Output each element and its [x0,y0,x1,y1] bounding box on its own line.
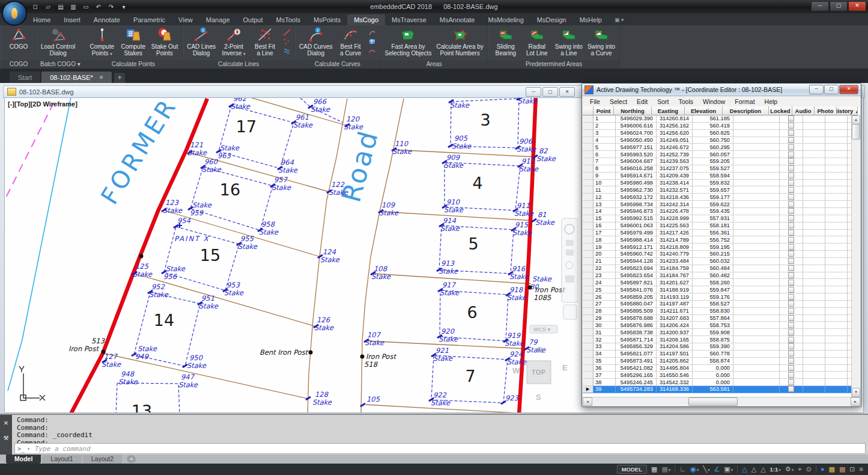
table-row[interactable]: 295495878.688314207.683557.864 [583,315,852,322]
table-row[interactable]: 75496004.687314239.563559.205 [583,158,852,165]
editor-close-button[interactable]: ✕ [839,85,858,94]
column-header-easting[interactable]: Easting [652,106,685,115]
button-best-fit-a-curve[interactable]: Best Fita Curve [336,26,366,57]
approx-wave-icon[interactable] [282,46,291,54]
locked-checkbox[interactable] [788,208,794,214]
table-mini-icon[interactable] [368,37,377,45]
drawing-close-button[interactable]: ✕ [559,87,575,97]
table-row[interactable]: 275495880.047314197.487558.527 [583,301,852,308]
tab-model[interactable]: Model [6,455,41,464]
table-row[interactable]: 155495992.515314228.999557.931 [583,215,852,222]
undo-icon[interactable]: ↶ [94,2,103,11]
ribbon-tab-manage[interactable]: Manage [199,14,237,25]
close-command-icon[interactable]: ✕ [4,420,8,426]
ribbon-tab-msmodeling[interactable]: MsModeling [481,14,530,25]
snap-tracking-icon[interactable]: ∠ [714,464,720,474]
locked-checkbox[interactable] [788,337,794,343]
ribbon-tab-annotate[interactable]: Annotate [87,14,127,25]
table-row[interactable]: 335495856.329314204.586559.390 [583,343,852,351]
command-input[interactable]: >_ ▾ Type a command [14,443,866,454]
column-header-history-[interactable]: History ▲ [837,106,858,115]
tools-wrench-icon[interactable]: ⚒ [4,435,9,441]
column-header-locked[interactable]: Locked [769,106,792,115]
locked-checkbox[interactable] [788,115,794,121]
points-mini-icon[interactable] [282,37,291,45]
doc-tab-current[interactable]: 08-102-BASE*✕ [41,72,112,83]
column-header-point[interactable]: Point [593,106,614,115]
table-row[interactable]: 255495841.076314188.919559.847 [583,286,852,293]
snap-grid-icon[interactable]: ▦▾ [661,464,670,475]
table-row[interactable]: 195495912.171314218.809559.195 [583,244,852,251]
drawing-minimize-button[interactable]: ─ [526,87,541,97]
table-row[interactable]: 285495895.509314211.671558.830 [583,308,852,315]
annotation-scale-icon[interactable]: △ [760,464,765,474]
button-swing-into-a-curve[interactable]: Swing intoa Curve [586,26,617,57]
table-row[interactable]: 125495932.172314218.436559.177 [583,194,852,201]
customize-quick-access-icon[interactable]: ▾ [119,2,129,11]
grid-icon[interactable]: ▦ [651,464,657,474]
button-swing-into-a-line[interactable]: Swing intoa Line [553,26,584,57]
graphics-performance-icon[interactable]: ● [821,464,825,474]
menu-window[interactable]: Window [699,97,729,106]
table-row[interactable]: 55495977.151314246.672560.295 [583,144,852,151]
model-space-toggle[interactable]: MODEL [617,465,647,474]
locked-checkbox[interactable] [788,237,794,243]
ribbon-tab-insert[interactable]: Insert [57,14,87,25]
add-icon[interactable]: + [798,464,801,474]
ribbon-tab-mscogo[interactable]: MsCogo [347,14,385,25]
scroll-right-icon[interactable]: ► [851,397,860,406]
ribbon-tab-msdesign[interactable]: MsDesign [530,14,573,25]
survey-drawing[interactable]: FORMER PRoad962Stake966Stake961Stake120S… [5,98,578,413]
open-file-icon[interactable]: ▱ [43,2,53,11]
isolate-objects-icon[interactable]: ⊙ [806,464,812,474]
menu-sort[interactable]: Sort [653,97,673,106]
column-header-selector[interactable] [583,106,593,115]
coordinate-editor-window[interactable]: Active Drawing Technology ™ - [Coordinat… [581,83,861,407]
polar-tracking-icon[interactable]: ◉▾ [690,464,699,475]
command-dropdown-icon[interactable]: ▾ [27,446,30,452]
locked-checkbox[interactable] [788,379,794,385]
table-row[interactable]: 355495873.491314205.862558.874 [583,358,852,365]
table-row[interactable]: 215495944.128314233.484560.032 [583,258,852,265]
scroll-left-icon[interactable]: ◄ [583,397,592,406]
locked-checkbox[interactable] [788,158,794,164]
locked-checkbox[interactable] [788,280,794,286]
locked-checkbox[interactable] [788,343,794,349]
locked-checkbox[interactable] [788,201,794,207]
table-row[interactable]: 345495821.077314197.501560.778 [583,351,852,358]
ribbon-tab-home[interactable]: Home [26,14,57,25]
menu-format[interactable]: Format [730,97,759,106]
locked-checkbox[interactable] [788,222,794,228]
table-row[interactable]: 105495980.499314238.414559.832 [583,180,852,187]
table-row[interactable]: 305495876.986314206.424558.753 [583,322,852,329]
redo-icon[interactable]: ↷ [106,2,116,11]
locked-checkbox[interactable] [788,130,794,136]
button-load-control-dialog[interactable]: Load ControlDialog [39,26,77,57]
locked-checkbox[interactable] [788,294,794,300]
locked-checkbox[interactable] [788,173,794,179]
table-row[interactable]: ►395495734.283314168.336563.581 [583,386,852,393]
save-file-icon[interactable]: ▤ [56,2,65,11]
button-calculate-area-by-point-numbers[interactable]: Calculate Area byPoint Numbers [434,26,485,57]
menu-edit[interactable]: Edit [633,97,652,106]
print-plot-icon[interactable]: ▭ [81,2,91,11]
ribbon-tab-msannotate[interactable]: MsAnnotate [433,14,482,25]
locked-checkbox[interactable] [788,187,794,193]
table-row[interactable]: 375495296.165314550.5460.000 [583,372,852,379]
table-row[interactable]: 265495859.205314193.119559.176 [583,293,852,301]
vertical-scrollbar[interactable]: ▲ ▼ [851,115,860,397]
locked-checkbox[interactable] [788,272,794,278]
ribbon-tab-mstraverse[interactable]: MsTraverse [385,14,433,25]
table-rows[interactable]: 15496029.390314260.814561.18525496006.61… [583,115,852,397]
quick-access-toolbar[interactable]: ◆🗌▱▤▥▭↶↷▾ [18,0,129,13]
ribbon-display-toggle[interactable]: ▣ ▾ [615,17,624,25]
application-menu-button[interactable] [2,1,27,26]
locked-checkbox[interactable] [788,351,794,357]
table-row[interactable]: 85496016.258314237.075559.527 [583,165,852,173]
locked-checkbox[interactable] [788,265,794,271]
vscroll-thumb[interactable] [852,124,860,139]
locked-checkbox[interactable] [788,180,794,186]
locked-checkbox[interactable] [788,358,794,364]
locked-checkbox[interactable] [788,165,794,171]
locked-checkbox[interactable] [788,244,794,250]
